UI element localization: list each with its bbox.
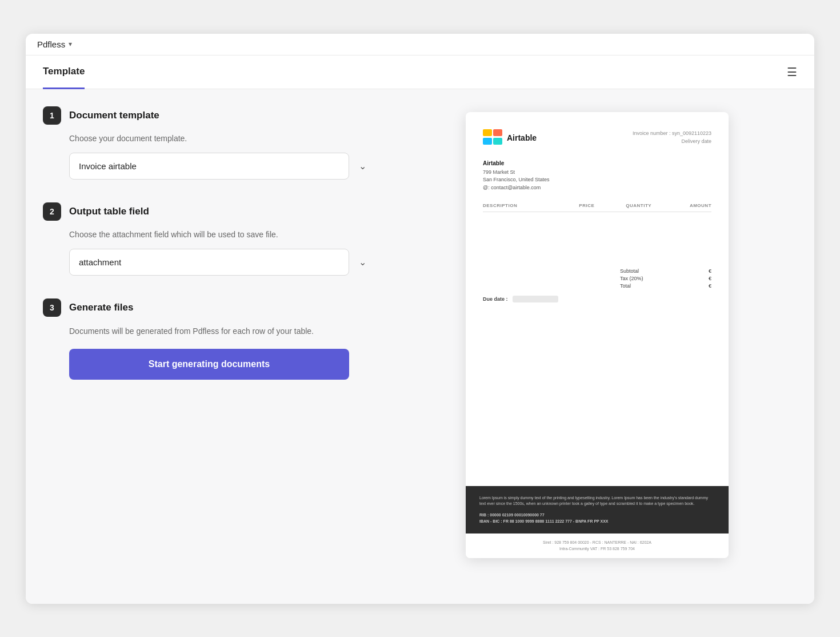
chevron-down-icon: ▾: [69, 40, 72, 48]
svg-rect-0: [483, 129, 492, 136]
col-quantity-header: QUANTITY: [607, 203, 670, 208]
address-line3: @: contact@airtable.com: [483, 184, 711, 192]
invoice-from: Airtable 799 Market St San Francisco, Un…: [483, 160, 711, 192]
invoice-sub-footer: Siret : 928 759 804 00020 - RCS : NANTER…: [466, 534, 729, 558]
invoice-address: 799 Market St San Francisco, United Stat…: [483, 169, 711, 192]
logo-text: Airtable: [507, 133, 537, 142]
step1-description: Choose your document template.: [69, 133, 374, 145]
tax-label: Tax (20%): [620, 276, 643, 281]
col-amount-header: AMOUNT: [670, 203, 711, 208]
total-row: Total €: [620, 283, 711, 289]
invoice-number: Invoice number : syn_0092110223: [633, 129, 711, 137]
airtable-logo-icon: [483, 129, 502, 146]
step2-section: 2 Output table field Choose the attachme…: [43, 202, 374, 276]
step1-badge: 1: [43, 106, 61, 125]
body-layout: 1 Document template Choose your document…: [26, 89, 814, 604]
col-price-header: PRICE: [566, 203, 607, 208]
step3-header: 3 Generate files: [43, 298, 374, 317]
step1-header: 1 Document template: [43, 106, 374, 125]
select-chevron-icon: ⌄: [359, 161, 366, 172]
invoice-meta: Invoice number : syn_0092110223 Delivery…: [633, 129, 711, 146]
step1-section: 1 Document template Choose your document…: [43, 106, 374, 180]
tax-value: €: [709, 276, 711, 281]
svg-rect-3: [493, 138, 502, 145]
invoice-totals: Subtotal € Tax (20%) € Total €: [483, 268, 711, 289]
tab-bar: Template ☰: [26, 55, 814, 89]
invoice-top: Airtable Invoice number : syn_0092110223…: [483, 129, 711, 146]
due-date-field: [513, 296, 558, 302]
total-label: Total: [620, 283, 631, 289]
output-field-select[interactable]: attachment files documents: [69, 249, 349, 276]
right-panel: Airtable Invoice number : syn_0092110223…: [397, 106, 797, 587]
subtotal-label: Subtotal: [620, 268, 639, 274]
footer-rib: RIB : 00000 02109 00010090000 77 IBAN - …: [479, 512, 715, 524]
due-date-row: Due date :: [483, 296, 711, 302]
app-name[interactable]: Pdfless ▾: [37, 39, 72, 49]
col-description-header: DESCRIPTION: [483, 203, 566, 208]
invoice-table-header: DESCRIPTION PRICE QUANTITY AMOUNT: [483, 203, 711, 212]
document-template-select[interactable]: Invoice airtable Contract template Repor…: [69, 153, 349, 180]
rib-line2: IBAN - BIC : FR 88 1000 9999 8888 1111 2…: [479, 518, 715, 524]
svg-rect-1: [493, 129, 502, 136]
step2-title: Output table field: [69, 206, 149, 217]
step2-badge: 2: [43, 202, 61, 221]
invoice-company-name: Airtable: [483, 160, 711, 166]
step2-description: Choose the attachment field which will b…: [69, 229, 374, 241]
step1-select-wrapper: Invoice airtable Contract template Repor…: [69, 153, 374, 180]
generate-button[interactable]: Start generating documents: [69, 349, 349, 380]
footer-lorem: Lorem Ipsum is simply dummy text of the …: [479, 495, 715, 507]
address-line1: 799 Market St: [483, 169, 711, 177]
app-wrapper: Pdfless ▾ Template ☰ 1 Document templat: [26, 34, 814, 604]
airtable-logo: Airtable: [483, 129, 537, 146]
step3-badge: 3: [43, 298, 61, 317]
subtotal-value: €: [709, 268, 711, 274]
invoice-preview: Airtable Invoice number : syn_0092110223…: [466, 112, 729, 558]
step3-title: Generate files: [69, 302, 133, 313]
sub-footer-text: Siret : 928 759 804 00020 - RCS : NANTER…: [479, 539, 715, 552]
rib-line1: RIB : 00000 02109 00010090000 77: [479, 512, 715, 518]
tax-row: Tax (20%) €: [620, 276, 711, 281]
step2-select-wrapper: attachment files documents ⌄: [69, 249, 374, 276]
step3-description: Documents will be generated from Pdfless…: [69, 325, 374, 337]
step2-header: 2 Output table field: [43, 202, 374, 221]
subfooter-line1: Siret : 928 759 804 00020 - RCS : NANTER…: [479, 539, 715, 546]
step3-section: 3 Generate files Documents will be gener…: [43, 298, 374, 380]
invoice-footer: Lorem Ipsum is simply dummy text of the …: [466, 486, 729, 534]
address-line2: San Francisco, United States: [483, 176, 711, 184]
invoice-delivery: Delivery date: [633, 137, 711, 145]
main-content: Template ☰ 1 Document template Choose yo…: [26, 55, 814, 604]
svg-rect-2: [483, 138, 492, 145]
subtotal-row: Subtotal €: [620, 268, 711, 274]
app-name-label: Pdfless: [37, 39, 65, 49]
due-date-label: Due date :: [483, 296, 508, 302]
step1-title: Document template: [69, 110, 159, 121]
left-panel: 1 Document template Choose your document…: [43, 106, 374, 587]
hamburger-menu-icon[interactable]: ☰: [787, 65, 797, 79]
invoice-empty-rows: [483, 217, 711, 262]
tab-template[interactable]: Template: [43, 55, 85, 89]
top-bar: Pdfless ▾: [26, 34, 814, 55]
select2-chevron-icon: ⌄: [359, 257, 366, 268]
total-value: €: [709, 283, 711, 289]
invoice-body: Airtable Invoice number : syn_0092110223…: [466, 112, 729, 469]
subfooter-line2: Intra-Community VAT : FR 53 828 759 704: [479, 546, 715, 552]
